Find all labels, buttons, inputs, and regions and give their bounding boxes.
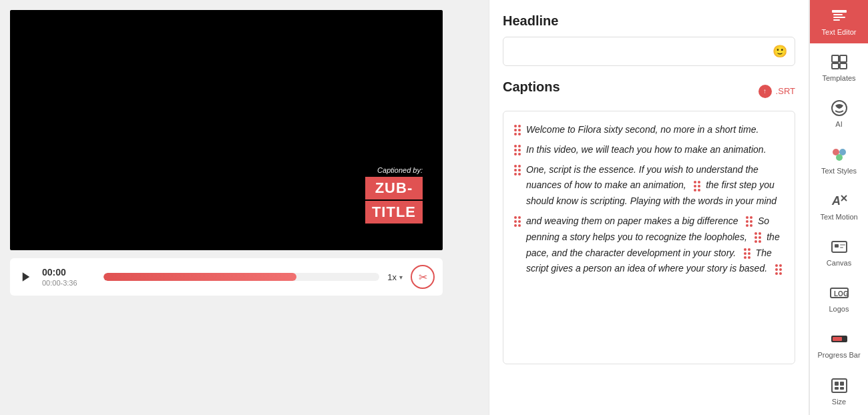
svg-point-12 [836, 154, 843, 161]
templates-icon [830, 53, 849, 71]
sidebar-item-canvas[interactable]: Canvas [810, 231, 869, 274]
headline-input[interactable] [503, 37, 795, 66]
drag-handle[interactable] [514, 165, 521, 175]
drag-handle[interactable] [514, 145, 521, 155]
svg-rect-18 [840, 244, 845, 246]
text-styles-icon [830, 145, 849, 164]
sidebar-label-text-styles: Text Styles [821, 167, 857, 175]
caption-overlay: Captioned by: ZUB- TITLE [365, 166, 423, 224]
svg-text:LOGO: LOGO [834, 290, 849, 298]
sidebar-label-text-motion: Text Motion [820, 213, 857, 222]
time-current: 00:00 [42, 266, 95, 278]
progress-fill [103, 273, 296, 281]
right-sidebar: Text Editor Templates AI [809, 0, 868, 415]
svg-rect-28 [840, 387, 844, 390]
svg-rect-27 [835, 387, 839, 390]
logos-icon: LOGO [830, 284, 849, 302]
svg-rect-2 [833, 14, 843, 15]
svg-rect-23 [833, 337, 842, 341]
svg-rect-3 [833, 17, 845, 18]
center-panel: Headline 🙂 Captions ↑ .SRT Welcome to Fi… [489, 0, 809, 415]
captions-header: Captions ↑ .SRT [503, 79, 795, 103]
sidebar-label-logos: Logos [829, 305, 849, 314]
svg-rect-6 [840, 55, 847, 62]
center-panel-content: Headline 🙂 Captions ↑ .SRT Welcome to Fi… [489, 0, 809, 415]
scissors-button[interactable]: ✂ [411, 265, 435, 289]
srt-label: .SRT [776, 86, 795, 96]
caption-by-label: Captioned by: [377, 166, 423, 174]
sidebar-label-text-editor: Text Editor [822, 28, 857, 37]
svg-rect-17 [835, 244, 839, 248]
sidebar-label-templates: Templates [822, 74, 855, 83]
canvas-icon [830, 238, 849, 256]
play-button[interactable] [18, 269, 34, 285]
caption-row: One, script is the essence. If you wish … [514, 162, 784, 210]
sidebar-label-size: Size [832, 398, 846, 406]
upload-icon: ↑ [758, 85, 772, 98]
speed-selector[interactable]: 1x ▾ [387, 272, 403, 282]
video-area: Captioned by: ZUB- TITLE 00:00 00:00-3:3… [0, 0, 489, 415]
emoji-button[interactable]: 🙂 [773, 44, 787, 59]
ai-icon [830, 99, 849, 117]
caption-text: In this video, we will teach you how to … [526, 142, 784, 158]
svg-rect-5 [832, 55, 839, 62]
headline-input-wrap: 🙂 [503, 37, 795, 66]
sidebar-item-progress-bar[interactable]: Progress Bar [810, 323, 869, 366]
time-display: 00:00 00:00-3:36 [42, 266, 95, 288]
caption-text: and weaving them on paper makes a big di… [526, 214, 784, 277]
svg-rect-16 [832, 242, 847, 252]
headline-label: Headline [503, 13, 795, 29]
svg-rect-4 [833, 19, 840, 21]
caption-text-block: ZUB- TITLE [365, 177, 423, 224]
sidebar-item-logos[interactable]: LOGO Logos [810, 277, 869, 320]
chevron-down-icon: ▾ [399, 274, 403, 281]
svg-rect-19 [840, 247, 843, 248]
sidebar-item-text-motion[interactable]: A Text Motion [810, 185, 869, 228]
svg-rect-26 [840, 382, 844, 386]
size-icon [830, 376, 849, 395]
svg-rect-7 [832, 63, 839, 69]
text-editor-icon [830, 7, 849, 25]
svg-rect-1 [832, 10, 847, 13]
caption-row: In this video, we will teach you how to … [514, 142, 784, 158]
sidebar-item-ai[interactable]: AI [810, 92, 869, 135]
caption-line-2: TITLE [365, 201, 423, 224]
sidebar-item-size[interactable]: Size [810, 370, 869, 413]
video-controls: 00:00 00:00-3:36 1x ▾ ✂ [10, 258, 443, 296]
video-player: Captioned by: ZUB- TITLE [10, 10, 443, 250]
svg-rect-24 [832, 379, 847, 392]
svg-text:A: A [831, 194, 841, 208]
sidebar-item-text-styles[interactable]: Text Styles [810, 139, 869, 182]
svg-rect-8 [840, 63, 847, 69]
progress-bar-icon [830, 330, 849, 348]
progress-bar[interactable] [103, 273, 379, 281]
srt-button[interactable]: ↑ .SRT [758, 85, 795, 98]
caption-row: Welcome to Filora sixty second, no more … [514, 122, 784, 138]
sidebar-label-canvas: Canvas [827, 259, 851, 268]
caption-text: One, script is the essence. If you wish … [526, 162, 784, 210]
svg-marker-0 [23, 272, 30, 282]
time-total: 00:00-3:36 [42, 278, 95, 288]
caption-row: and weaving them on paper makes a big di… [514, 214, 784, 277]
text-motion-icon: A [830, 191, 849, 210]
caption-text: Welcome to Filora sixty second, no more … [526, 122, 784, 138]
sidebar-label-progress-bar: Progress Bar [817, 351, 860, 360]
svg-rect-25 [835, 382, 839, 386]
captions-label: Captions [503, 79, 560, 95]
sidebar-label-ai: AI [835, 120, 842, 129]
drag-handle[interactable] [514, 216, 521, 227]
sidebar-item-text-editor[interactable]: Text Editor [810, 0, 869, 43]
caption-line-1: ZUB- [365, 177, 423, 199]
drag-handle[interactable] [514, 125, 521, 135]
captions-area[interactable]: Welcome to Filora sixty second, no more … [503, 111, 795, 364]
speed-value: 1x [387, 272, 397, 282]
sidebar-item-templates[interactable]: Templates [810, 46, 869, 89]
